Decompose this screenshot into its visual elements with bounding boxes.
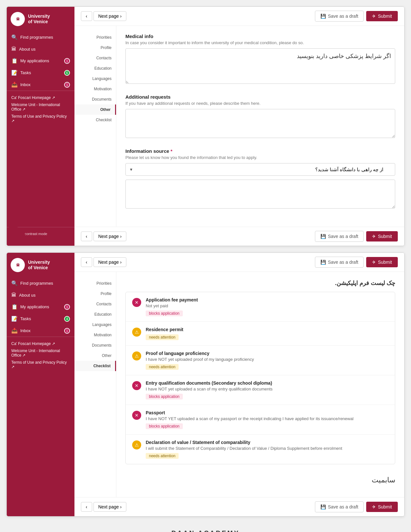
topbar-right-bottom-1: 💾 Save as a draft ✈ Submit xyxy=(315,231,398,242)
info-source-label: Information source * xyxy=(125,148,395,154)
submit-button-bottom-2[interactable]: ✈ Submit xyxy=(366,502,398,512)
step-documents-2[interactable]: Documents xyxy=(74,340,116,350)
nav-label-fp2: Find programmes xyxy=(20,281,53,286)
next-arrow-icon: › xyxy=(120,14,122,19)
block-icon-fee xyxy=(132,298,141,307)
sidebar-item-tasks[interactable]: 📝 Tasks 6 xyxy=(7,67,74,79)
applications-icon-2: 📋 xyxy=(11,304,18,310)
step-other-2[interactable]: Other xyxy=(74,350,116,361)
page-nav-buttons-bottom-2: ‹ Next page › xyxy=(81,502,126,512)
step-motivation-1[interactable]: Motivation xyxy=(74,84,116,94)
submit-button-2[interactable]: ✈ Submit xyxy=(366,257,398,267)
logo-abbr: 🏛 xyxy=(16,17,20,21)
window-main: ‹ Next page › 💾 Save as a draft xyxy=(74,7,404,246)
sidebar-item-inbox[interactable]: 📥 Inbox 1 xyxy=(7,79,74,91)
sidebar-item-about-2[interactable]: 🏛 About us xyxy=(7,289,74,301)
info-source-field-group: Information source * Please let us know … xyxy=(125,148,395,210)
check-desc-entry-qual: I have NOT yet uploaded a scan of my ent… xyxy=(146,387,388,391)
draft-label-b1: Save as a draft xyxy=(328,234,358,239)
additional-textarea[interactable] xyxy=(125,109,395,138)
step-checklist-1[interactable]: Checklist xyxy=(74,115,116,125)
ca-foscari-link-2[interactable]: Ca' Foscari Homepage ↗ xyxy=(11,340,70,347)
medical-desc: In case you consider it important to inf… xyxy=(125,40,395,45)
watermark: DAAN ACADEMY xyxy=(0,523,411,532)
next-arrow-icon-2: › xyxy=(120,260,122,265)
check-content-entry-qual: Entry qualification documents (Secondary… xyxy=(146,380,388,399)
prev-page-button-2[interactable]: ‹ xyxy=(81,257,92,267)
save-icon-1: 💾 xyxy=(320,14,326,19)
window-content-2: Priorities Profile Contacts Education La… xyxy=(74,272,404,497)
ca-foscari-link[interactable]: Ca' Foscari Homepage ↗ xyxy=(11,94,70,101)
inbox-badge: 1 xyxy=(64,82,70,88)
welcome-unit-link-2[interactable]: Welcome Unit - International Office ↗ xyxy=(11,347,70,359)
applications-icon: 📋 xyxy=(11,58,18,64)
next-page-button[interactable]: Next page › xyxy=(93,11,127,21)
form-area-1: Medical info In case you consider it imp… xyxy=(116,26,404,227)
terms-link-2[interactable]: Terms of Use and Privacy Policy ↗ xyxy=(11,359,70,370)
info-source-extra-textarea[interactable] xyxy=(125,180,395,209)
prev-arrow-icon: ‹ xyxy=(86,14,87,19)
next-page-button-bottom-2[interactable]: Next page › xyxy=(93,502,127,512)
sidebar-2: 🏛 Universityof Venice 🔍 Find programmes … xyxy=(7,253,74,516)
check-title-language: Proof of language proficiency xyxy=(146,351,388,356)
step-checklist-2[interactable]: Checklist xyxy=(74,361,116,371)
form-area-2: چک لیست فرم اپلیکیشن. Application fee pa… xyxy=(116,272,404,497)
topbar-right-2: 💾 Save as a draft ✈ Submit xyxy=(315,257,398,268)
next-page-button-bottom-1[interactable]: Next page › xyxy=(93,232,127,241)
bottombar-2: ‹ Next page › 💾 Save as a draft xyxy=(74,497,404,516)
save-draft-button-1[interactable]: 💾 Save as a draft xyxy=(315,11,364,22)
sidebar-item-inbox-2[interactable]: 📥 Inbox 1 xyxy=(7,325,74,337)
block-icon-entry-qual xyxy=(132,381,141,390)
next-label-b1: Next page xyxy=(98,234,119,239)
step-education-1[interactable]: Education xyxy=(74,63,116,74)
prev-page-button[interactable]: ‹ xyxy=(81,11,92,21)
inbox-icon: 📥 xyxy=(11,82,18,88)
inbox-badge-2: 1 xyxy=(64,328,70,334)
save-icon-b1: 💾 xyxy=(320,234,326,239)
about-icon: 🏛 xyxy=(11,46,16,52)
sidebar-item-my-applications[interactable]: 📋 My applications 1 xyxy=(7,55,74,67)
step-priorities-1[interactable]: Priorities xyxy=(74,32,116,43)
additional-field-group: Additional requests If you have any addi… xyxy=(125,94,395,139)
save-draft-button-bottom-2[interactable]: 💾 Save as a draft xyxy=(315,501,364,512)
info-source-select[interactable]: از چه راهی با دانشگاه آشنا شدید؟ xyxy=(125,163,395,176)
step-contacts-2[interactable]: Contacts xyxy=(74,299,116,309)
step-contacts-1[interactable]: Contacts xyxy=(74,53,116,63)
step-profile-1[interactable]: Profile xyxy=(74,43,116,53)
sidebar-item-about[interactable]: 🏛 About us xyxy=(7,43,74,55)
medical-textarea[interactable]: اگر شرایط پزشکی خاصی دارید بنویسید xyxy=(125,48,395,84)
save-draft-button-bottom-1[interactable]: 💾 Save as a draft xyxy=(315,231,364,242)
welcome-unit-link[interactable]: Welcome Unit - International Office ↗ xyxy=(11,101,70,113)
sidebar-item-find-programmes[interactable]: 🔍 Find programmes xyxy=(7,31,74,43)
check-desc-declaration: I will submit the Statement of Comparabi… xyxy=(146,446,388,451)
steps-sidebar-1: Priorities Profile Contacts Education La… xyxy=(74,26,116,227)
step-languages-2[interactable]: Languages xyxy=(74,320,116,330)
step-documents-1[interactable]: Documents xyxy=(74,94,116,104)
step-profile-2[interactable]: Profile xyxy=(74,289,116,299)
prev-page-button-bottom-1[interactable]: ‹ xyxy=(81,232,92,241)
topbar-1: ‹ Next page › 💾 Save as a draft xyxy=(74,7,404,26)
terms-link[interactable]: Terms of Use and Privacy Policy ↗ xyxy=(11,113,70,124)
checklist-item-fee: Application fee payment Not yet paid blo… xyxy=(126,292,395,322)
draft-label-1: Save as a draft xyxy=(328,14,358,19)
submit-button-bottom-1[interactable]: ✈ Submit xyxy=(366,231,398,241)
step-languages-1[interactable]: Languages xyxy=(74,74,116,84)
step-other-1[interactable]: Other xyxy=(74,104,116,115)
sidebar-item-tasks-2[interactable]: 📝 Tasks 4 xyxy=(7,313,74,325)
step-motivation-2[interactable]: Motivation xyxy=(74,330,116,340)
tasks-icon: 📝 xyxy=(11,70,18,76)
check-badge-passport: blocks application xyxy=(146,423,183,429)
check-content-declaration: Declaration of value / Statement of comp… xyxy=(146,440,388,459)
sidebar-item-find-programmes-2[interactable]: 🔍 Find programmes xyxy=(7,277,74,289)
submit-button-1[interactable]: ✈ Submit xyxy=(366,11,398,21)
nav-label-ma2: My applications xyxy=(20,304,49,309)
step-priorities-2[interactable]: Priorities xyxy=(74,278,116,289)
save-draft-button-2[interactable]: 💾 Save as a draft xyxy=(315,257,364,268)
submit-icon-2: ✈ xyxy=(372,260,376,265)
next-page-button-2[interactable]: Next page › xyxy=(93,257,127,267)
warning-icon-declaration xyxy=(132,440,141,449)
step-education-2[interactable]: Education xyxy=(74,309,116,320)
prev-page-button-bottom-2[interactable]: ‹ xyxy=(81,502,92,512)
tasks-badge-2: 4 xyxy=(64,316,70,322)
sidebar-item-my-applications-2[interactable]: 📋 My applications 1 xyxy=(7,301,74,313)
